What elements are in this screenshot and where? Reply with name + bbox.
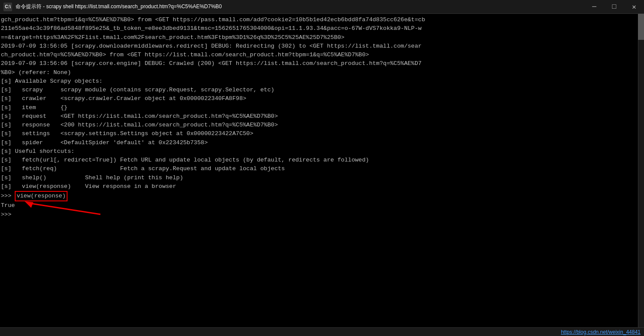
terminal-line: 2019-07-09 13:56:05 [scrapy.downloadermi… xyxy=(1,42,642,51)
status-link[interactable]: https://blog.csdn.net/weixin_44841 xyxy=(561,329,641,335)
terminal-line: ==&target=https%3A%2F%2Flist.tmall.com%2… xyxy=(1,33,642,42)
terminal-line: 211e55ae4c3c39f86ad5848f895e25&_tb_token… xyxy=(1,24,642,33)
terminal-line: [s] Useful shortcuts: xyxy=(1,147,642,156)
terminal-line: [s] shelp() Shell help (print this help) xyxy=(1,174,642,182)
terminal-line: [s] spider <DefaultSpider 'default' at 0… xyxy=(1,139,642,147)
scrollbar[interactable] xyxy=(638,14,644,327)
maximize-button[interactable]: □ xyxy=(604,0,624,14)
terminal-line: [s] request <GET https://list.tmall.com/… xyxy=(1,112,642,121)
terminal-line: 2019-07-09 13:56:06 [scrapy.core.engine]… xyxy=(1,59,642,68)
close-button[interactable]: ✕ xyxy=(624,0,644,14)
terminal-line: [s] fetch(req) Fetch a scrapy.Request an… xyxy=(1,165,642,173)
scrollbar-thumb[interactable] xyxy=(638,14,644,40)
terminal-line: [s] fetch(url[, redirect=True]) Fetch UR… xyxy=(1,156,642,165)
title-bar: C:\ 命令提示符 - scrapy shell https://list.tm… xyxy=(0,0,644,14)
minimize-button[interactable]: ─ xyxy=(584,0,604,14)
highlighted-command: view(response) xyxy=(15,191,67,201)
terminal-line: gch_product.htm?tbpm=1&q=%C5%AE%D7%B0> f… xyxy=(1,16,642,24)
svg-marker-1 xyxy=(25,201,33,208)
terminal-line: [s] response <200 https://list.tmall.com… xyxy=(1,121,642,129)
terminal-prompt: >>> xyxy=(1,193,15,199)
terminal-content: gch_product.htm?tbpm=1&q=%C5%AE%D7%B0> f… xyxy=(0,14,644,327)
terminal-line: [s] scrapy scrapy module (contains scrap… xyxy=(1,86,642,94)
terminal-line: >>> view(response) xyxy=(1,191,642,201)
app-icon: C:\ xyxy=(3,3,12,11)
window-controls: ─ □ ✕ xyxy=(584,0,644,14)
window-title: 命令提示符 - scrapy shell https://list.tmall.… xyxy=(16,3,641,10)
terminal-line: %B0> (referer: None) xyxy=(1,68,642,77)
terminal-line: ch_product.htm?q=%C5%AE%D7%B0> from <GET… xyxy=(1,51,642,59)
svg-line-0 xyxy=(31,204,100,214)
terminal-line: [s] settings <scrapy.settings.Settings o… xyxy=(1,129,642,138)
status-bar: https://blog.csdn.net/weixin_44841 xyxy=(0,327,644,336)
terminal-line: [s] Available Scrapy objects: xyxy=(1,77,642,86)
terminal-line: [s] item {} xyxy=(1,103,642,112)
terminal-line: [s] view(response) View response in a br… xyxy=(1,182,642,191)
terminal-line: [s] crawler <scrapy.crawler.Crawler obje… xyxy=(1,94,642,103)
